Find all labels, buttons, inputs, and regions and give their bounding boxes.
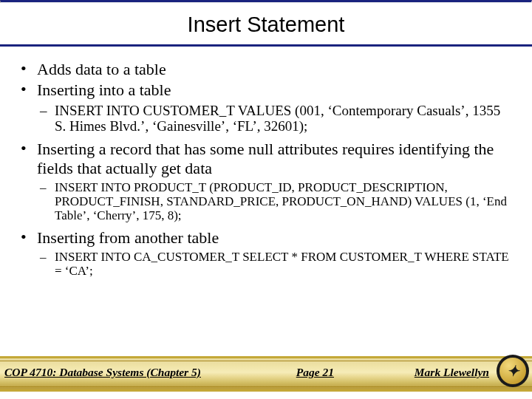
bullet-text: Inserting a record that has some null at… bbox=[37, 140, 494, 177]
bullet-text: Inserting into a table bbox=[37, 81, 171, 99]
bullet-item: Inserting a record that has some null at… bbox=[37, 140, 514, 222]
slide-title: Insert Statement bbox=[188, 10, 345, 37]
sub-list: INSERT INTO PRODUCT_T (PRODUCT_ID, PRODU… bbox=[37, 181, 514, 222]
sub-item: INSERT INTO CUSTOMER_T VALUES (001, ‘Con… bbox=[55, 103, 514, 134]
sub-list: INSERT INTO CA_CUSTOMER_T SELECT * FROM … bbox=[37, 250, 514, 278]
bullet-item: Inserting from another table INSERT INTO… bbox=[37, 228, 514, 278]
footer: COP 4710: Database Systems (Chapter 5) P… bbox=[0, 364, 532, 381]
footer-center: Page 21 bbox=[201, 366, 415, 379]
bullet-text: Inserting from another table bbox=[37, 228, 219, 247]
title-band: Insert Statement bbox=[0, 3, 532, 47]
bullet-item: Adds data to a table bbox=[37, 60, 514, 79]
sub-item: INSERT INTO PRODUCT_T (PRODUCT_ID, PRODU… bbox=[55, 181, 514, 222]
sub-item: INSERT INTO CA_CUSTOMER_T SELECT * FROM … bbox=[55, 250, 514, 278]
sub-list: INSERT INTO CUSTOMER_T VALUES (001, ‘Con… bbox=[37, 103, 514, 134]
ucf-logo-icon: ✦ bbox=[497, 355, 529, 387]
footer-left: COP 4710: Database Systems (Chapter 5) bbox=[4, 366, 201, 379]
content-area: Adds data to a table Inserting into a ta… bbox=[0, 47, 532, 279]
bullet-list: Adds data to a table Inserting into a ta… bbox=[18, 60, 514, 279]
slide: Insert Statement Adds data to a table In… bbox=[0, 0, 532, 399]
bullet-item: Inserting into a table INSERT INTO CUSTO… bbox=[37, 81, 514, 134]
